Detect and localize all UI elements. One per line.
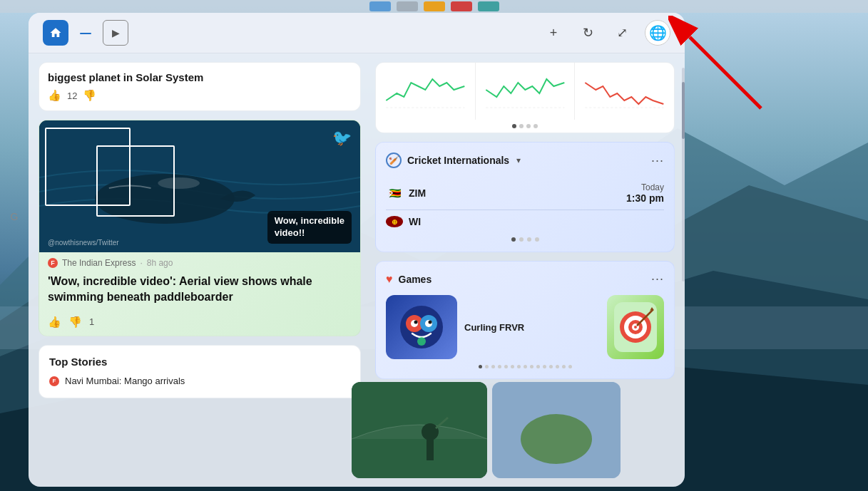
games-header: ♥ Games ··· — [386, 272, 664, 286]
cricket-title: Cricket Internationals — [407, 155, 509, 166]
games-dot-3[interactable] — [491, 365, 495, 368]
like-icon[interactable]: 👍 — [48, 89, 61, 102]
like-count: 12 — [67, 91, 77, 101]
chart-dot-1[interactable] — [512, 124, 516, 128]
games-dot-10[interactable] — [536, 365, 540, 368]
chart-panel-3 — [575, 63, 674, 120]
story-source-dot: F — [49, 376, 59, 386]
team-name-wi: WI — [409, 216, 421, 227]
match-row-wi[interactable]: ⊕ WI — [386, 212, 664, 232]
play-icon: ▶ — [112, 27, 120, 38]
story-item-1[interactable]: F Navi Mumbai: Mango arrivals — [49, 375, 350, 388]
games-dot-12[interactable] — [549, 365, 553, 368]
cricket-pagination-dots — [386, 232, 664, 242]
chart-dot-2[interactable] — [519, 124, 524, 128]
games-dot-7[interactable] — [517, 365, 521, 368]
article-time: 8h ago — [147, 258, 173, 268]
cricket-chevron-icon[interactable]: ▾ — [516, 155, 521, 165]
whale-article-card: 🐦 Wow, incrediblevideo!! @nowthisnews/Tw… — [39, 120, 361, 336]
chart-panel-1 — [376, 63, 476, 120]
taskbar-icon-4[interactable] — [451, 1, 472, 11]
home-icon — [49, 26, 62, 39]
image-frame-2 — [96, 145, 175, 217]
cricket-dot-2[interactable] — [519, 237, 524, 242]
chart-panel-2 — [476, 63, 576, 120]
source-time: · — [140, 258, 142, 268]
chart-svg-2 — [481, 68, 569, 111]
avatar-icon: 🌐 — [649, 24, 667, 41]
add-button[interactable]: + — [542, 21, 565, 44]
games-header-left: ♥ Games — [386, 273, 432, 286]
charts-inner — [376, 63, 674, 120]
games-pagination-dots — [386, 359, 664, 368]
wi-flag: ⊕ — [386, 216, 403, 227]
home-button[interactable] — [43, 20, 68, 46]
taskbar-icon-2[interactable] — [397, 1, 418, 11]
whale-dislike-icon[interactable]: 👎 — [68, 316, 82, 329]
second-game-thumb[interactable] — [607, 295, 664, 359]
games-dot-11[interactable] — [543, 365, 546, 368]
match-divider — [386, 210, 664, 210]
games-dot-4[interactable] — [498, 365, 501, 368]
games-dot-9[interactable] — [530, 365, 533, 368]
svg-rect-27 — [427, 439, 434, 460]
svg-point-13 — [429, 321, 432, 324]
svg-point-26 — [422, 423, 439, 440]
games-dot-14[interactable] — [562, 365, 566, 368]
chart-dot-4[interactable] — [533, 124, 538, 128]
scrollbar-thumb — [682, 82, 685, 139]
zim-flag: 🇿🇼 — [386, 187, 403, 199]
cricket-more-button[interactable]: ··· — [651, 153, 664, 168]
charts-card — [375, 62, 675, 133]
video-attribution: @nowthisnews/Twitter — [48, 239, 119, 247]
games-dot-6[interactable] — [511, 365, 514, 368]
expand-button[interactable]: ⤢ — [611, 21, 633, 44]
bottom-image-card-2 — [492, 382, 621, 478]
twitter-icon: 🐦 — [332, 129, 352, 148]
match-date-zim: Today — [626, 182, 664, 192]
games-card: ♥ Games ··· — [375, 261, 675, 379]
top-article-like-row: 👍 12 👎 — [48, 89, 352, 102]
games-heart-icon: ♥ — [386, 273, 393, 286]
chart-pagination-dots — [376, 120, 674, 133]
second-game-icon-svg — [614, 302, 657, 352]
svg-point-20 — [634, 326, 637, 329]
taskbar-icon-3[interactable] — [424, 1, 445, 11]
team-name-zim: ZIM — [409, 187, 426, 199]
svg-point-14 — [417, 337, 426, 346]
source-logo: F — [48, 258, 58, 268]
refresh-button[interactable]: ↻ — [576, 21, 599, 44]
bottom-image-1-svg — [352, 382, 487, 478]
games-dot-2[interactable] — [485, 365, 489, 368]
chart-svg-3 — [581, 68, 668, 111]
whale-like-icon[interactable]: 👍 — [48, 316, 61, 329]
panel-header: ▶ + ↻ ⤢ 🌐 — [29, 13, 685, 53]
games-dot-1[interactable] — [479, 365, 482, 368]
games-dot-13[interactable] — [556, 365, 559, 368]
dislike-icon[interactable]: 👎 — [83, 89, 96, 102]
games-dot-15[interactable] — [568, 365, 572, 368]
cricket-header-left: 🏏 Cricket Internationals ▾ — [386, 153, 521, 168]
games-more-button[interactable]: ··· — [651, 272, 664, 286]
chart-svg-1 — [382, 68, 469, 111]
left-edge-icon-1[interactable]: G — [4, 207, 24, 227]
cricket-dot-3[interactable] — [527, 237, 531, 242]
whale-dislike-count: 1 — [89, 316, 94, 327]
profile-avatar[interactable]: 🌐 — [645, 20, 670, 46]
chart-dot-3[interactable] — [526, 124, 531, 128]
cricket-header: 🏏 Cricket Internationals ▾ ··· — [386, 153, 664, 168]
taskbar-icon-5[interactable] — [478, 1, 499, 11]
match-row-zim[interactable]: 🇿🇼 ZIM Today 1:30 pm — [386, 178, 664, 208]
cricket-dot-4[interactable] — [535, 237, 539, 242]
story-text-1: Navi Mumbai: Mango arrivals — [65, 375, 185, 388]
scrollbar[interactable] — [682, 68, 685, 281]
curling-game-thumb[interactable] — [386, 295, 457, 359]
cricket-dot-1[interactable] — [511, 237, 516, 242]
games-title: Games — [399, 274, 432, 285]
media-button[interactable]: ▶ — [103, 20, 128, 46]
games-dot-8[interactable] — [524, 365, 527, 368]
taskbar-icon-1[interactable] — [369, 1, 391, 11]
whale-source-row: F The Indian Express · 8h ago — [39, 252, 360, 271]
bottom-image-card-1 — [352, 382, 487, 478]
games-dot-5[interactable] — [504, 365, 508, 368]
